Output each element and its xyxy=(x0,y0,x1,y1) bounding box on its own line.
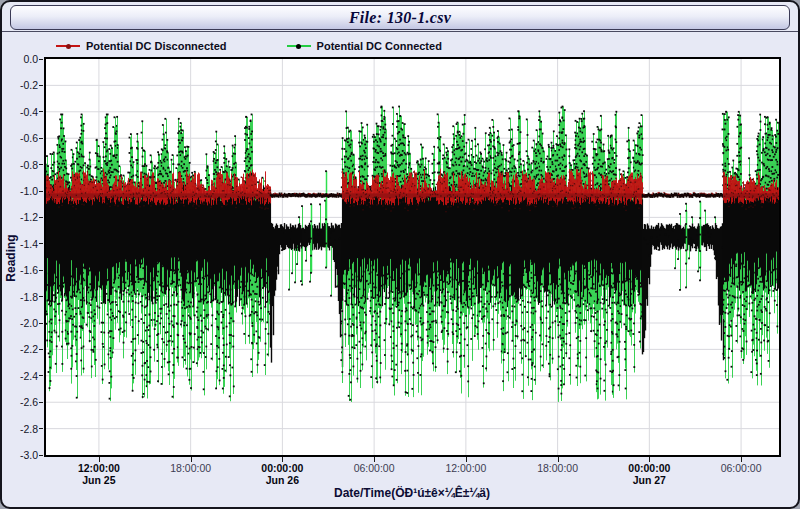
legend-item-connected[interactable]: Potential DC Connected xyxy=(287,39,442,53)
x-tick-date: Jun 25 xyxy=(67,474,131,486)
legend-marker-connected-dot-icon xyxy=(296,44,301,49)
x-tick-time: 12:00:00 xyxy=(67,462,131,474)
legend-item-disconnected[interactable]: Potential DC Disconnected xyxy=(56,39,227,53)
y-tick-label: -2.0 xyxy=(2,317,38,329)
x-tick-time: 00:00:00 xyxy=(250,462,314,474)
y-tick-mark xyxy=(39,138,43,139)
y-tick-mark xyxy=(39,191,43,192)
y-tick-mark xyxy=(39,59,43,60)
y-tick-label: -1.2 xyxy=(2,211,38,223)
y-tick-label: -2.6 xyxy=(2,396,38,408)
y-tick-label: -0.4 xyxy=(2,106,38,118)
y-tick-label: -2.4 xyxy=(2,370,38,382)
y-tick-label: -3.0 xyxy=(2,449,38,461)
x-tick-time: 18:00:00 xyxy=(526,462,590,474)
x-tick-time: 06:00:00 xyxy=(342,462,406,474)
x-tick-time: 18:00:00 xyxy=(159,462,223,474)
plot-frame xyxy=(44,57,781,457)
y-tick-mark xyxy=(39,217,43,218)
y-tick-mark xyxy=(39,375,43,376)
y-tick-label: -0.6 xyxy=(2,132,38,144)
legend-label-connected: Potential DC Connected xyxy=(317,39,442,53)
y-tick-label: -0.8 xyxy=(2,159,38,171)
legend-marker-connected-icon xyxy=(287,45,311,47)
y-tick-mark xyxy=(39,402,43,403)
y-tick-label: 0.0 xyxy=(2,53,38,65)
titlebar: File: 130-1.csv xyxy=(10,5,790,30)
y-tick-mark xyxy=(39,455,43,456)
chart-plot-area[interactable] xyxy=(46,59,779,455)
chart-legend: Potential DC Disconnected Potential DC C… xyxy=(56,39,442,53)
y-tick-mark xyxy=(39,428,43,429)
x-axis-title: Date/Time(ÖÐ¹ú±ê×¼Ê±¼ä) xyxy=(290,486,534,500)
x-tick-time: 06:00:00 xyxy=(709,462,773,474)
x-tick-date: Jun 26 xyxy=(250,474,314,486)
y-tick-label: -1.8 xyxy=(2,291,38,303)
x-tick-date: Jun 27 xyxy=(617,474,681,486)
y-tick-mark xyxy=(39,85,43,86)
y-axis-title: Reading xyxy=(4,223,18,293)
x-tick-time: 12:00:00 xyxy=(434,462,498,474)
y-tick-mark xyxy=(39,164,43,165)
y-tick-mark xyxy=(39,296,43,297)
titlebar-separator xyxy=(2,31,798,32)
y-tick-mark xyxy=(39,243,43,244)
y-tick-label: -1.4 xyxy=(2,238,38,250)
legend-marker-disconnected-icon xyxy=(56,45,80,47)
y-tick-mark xyxy=(39,270,43,271)
y-tick-mark xyxy=(39,323,43,324)
y-tick-label: -2.2 xyxy=(2,343,38,355)
window-title: File: 130-1.csv xyxy=(349,9,451,27)
y-tick-label: -0.2 xyxy=(2,79,38,91)
y-tick-mark xyxy=(39,111,43,112)
y-tick-label: -1.0 xyxy=(2,185,38,197)
chart-window: File: 130-1.csv Potential DC Disconnecte… xyxy=(0,0,800,509)
y-tick-label: -1.6 xyxy=(2,264,38,276)
x-tick-time: 00:00:00 xyxy=(617,462,681,474)
y-tick-mark xyxy=(39,349,43,350)
y-tick-label: -2.8 xyxy=(2,423,38,435)
legend-marker-disconnected-dot-icon xyxy=(66,44,71,49)
legend-label-disconnected: Potential DC Disconnected xyxy=(86,39,227,53)
